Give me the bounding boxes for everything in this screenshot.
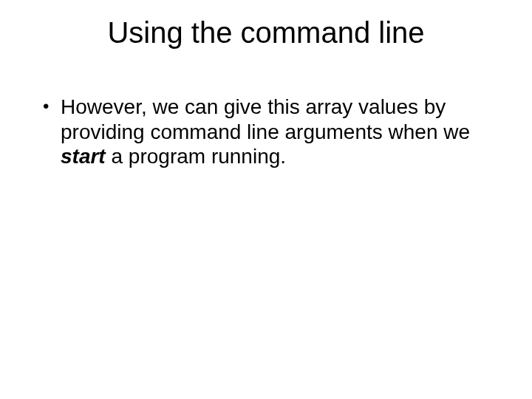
bullet-text-emph: start xyxy=(61,145,106,168)
slide-title: Using the command line xyxy=(0,16,532,50)
bullet-item: However, we can give this array values b… xyxy=(40,95,492,169)
bullet-text-before: However, we can give this array values b… xyxy=(61,95,470,143)
slide: Using the command line However, we can g… xyxy=(0,0,532,399)
slide-body: However, we can give this array values b… xyxy=(40,95,492,169)
bullet-text-after: a program running. xyxy=(106,145,286,168)
bullet-list: However, we can give this array values b… xyxy=(40,95,492,169)
